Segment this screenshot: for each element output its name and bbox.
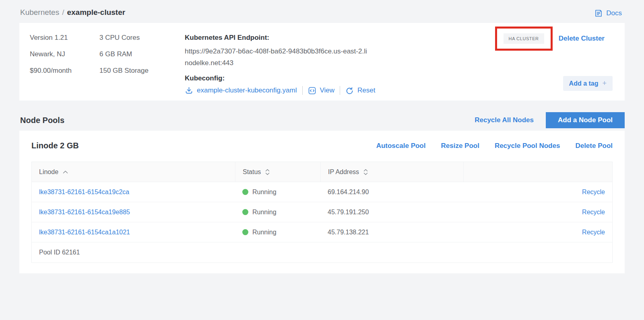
status-running-icon xyxy=(242,229,248,235)
add-tag-button[interactable]: Add a tag + xyxy=(563,76,613,91)
sort-both-icon xyxy=(363,168,368,176)
node-status-cell: Running xyxy=(235,229,320,236)
status-label: Running xyxy=(252,189,277,196)
node-action-cell: Recycle xyxy=(463,209,612,216)
api-endpoint-url: https://9e2a7307-b6ac-408f-ba62-9483b0b3… xyxy=(185,45,368,69)
summary-right-actions: HA CLUSTER Delete Cluster xyxy=(495,27,605,51)
pool-id-row: Pool ID 62161 xyxy=(32,242,612,263)
node-status-cell: Running xyxy=(235,209,320,216)
download-icon xyxy=(185,86,193,95)
node-status-cell: Running xyxy=(235,189,320,196)
docs-label: Docs xyxy=(606,9,622,17)
sort-ascending-icon xyxy=(62,170,68,174)
node-ip: 45.79.191.250 xyxy=(320,209,463,216)
pool-action-links: Autoscale Pool Resize Pool Recycle Pool … xyxy=(376,142,613,150)
node-pool-card: Linode 2 GB Autoscale Pool Resize Pool R… xyxy=(19,131,625,273)
pool-name: Linode 2 GB xyxy=(31,141,79,150)
kubeconfig-view-label: View xyxy=(320,86,335,94)
kubernetes-cluster-detail-page: Kubernetes/example-cluster Docs Version … xyxy=(0,0,644,320)
add-tag-label: Add a tag xyxy=(569,80,599,87)
recycle-pool-nodes-button[interactable]: Recycle Pool Nodes xyxy=(495,142,560,150)
recycle-node-button[interactable]: Recycle xyxy=(582,189,605,195)
annotation-highlight-box: HA CLUSTER xyxy=(495,27,553,51)
table-row: lke38731-62161-6154ca19c2ca Running 69.1… xyxy=(32,182,612,202)
docs-link[interactable]: Docs xyxy=(594,9,622,18)
resize-pool-button[interactable]: Resize Pool xyxy=(441,142,479,150)
column-header-linode[interactable]: Linode xyxy=(32,162,235,182)
cluster-specs-column-2: 3 CPU Cores 6 GB RAM 150 GB Storage xyxy=(99,34,185,95)
cluster-specs-column-1: Version 1.21 Newark, NJ $90.00/month xyxy=(30,34,99,95)
reset-icon xyxy=(345,86,354,95)
kubeconfig-file-name: example-cluster-kubeconfig.yaml xyxy=(197,86,297,94)
kubeconfig-actions-row: example-cluster-kubeconfig.yaml View xyxy=(185,86,378,95)
node-link[interactable]: lke38731-62161-6154ca1a1021 xyxy=(32,229,235,236)
autoscale-pool-button[interactable]: Autoscale Pool xyxy=(376,142,426,150)
column-header-status[interactable]: Status xyxy=(235,162,320,182)
cluster-price: $90.00/month xyxy=(30,67,99,75)
column-header-actions xyxy=(463,162,612,182)
kubeconfig-view-link[interactable]: View xyxy=(308,86,335,95)
delete-cluster-button[interactable]: Delete Cluster xyxy=(559,35,605,43)
node-ip: 45.79.138.221 xyxy=(320,229,463,236)
divider xyxy=(340,86,340,95)
node-action-cell: Recycle xyxy=(463,189,612,196)
divider xyxy=(302,86,303,95)
docs-icon xyxy=(594,9,603,18)
recycle-node-button[interactable]: Recycle xyxy=(582,209,605,215)
breadcrumb-separator: / xyxy=(62,8,64,16)
status-running-icon xyxy=(242,189,248,195)
nodes-table: Linode Status xyxy=(31,162,613,263)
column-label-ip-address: IP Address xyxy=(328,168,359,176)
code-view-icon xyxy=(308,86,316,95)
cluster-cpu: 3 CPU Cores xyxy=(99,34,185,42)
ha-cluster-badge: HA CLUSTER xyxy=(504,33,544,44)
column-header-ip-address[interactable]: IP Address xyxy=(320,162,463,182)
api-endpoint-label: Kubernetes API Endpoint: xyxy=(185,34,378,42)
kubeconfig-reset-label: Reset xyxy=(357,86,375,94)
node-link[interactable]: lke38731-62161-6154ca19e885 xyxy=(32,209,235,216)
node-action-cell: Recycle xyxy=(463,229,612,236)
recycle-node-button[interactable]: Recycle xyxy=(582,229,605,236)
breadcrumb: Kubernetes/example-cluster xyxy=(20,8,125,17)
sort-both-icon xyxy=(265,168,270,176)
node-ip: 69.164.214.90 xyxy=(320,189,463,196)
column-label-linode: Linode xyxy=(39,168,58,176)
table-row: lke38731-62161-6154ca19e885 Running 45.7… xyxy=(32,202,612,222)
breadcrumb-kubernetes-link[interactable]: Kubernetes xyxy=(20,8,59,16)
cluster-storage: 150 GB Storage xyxy=(99,67,185,75)
table-row: lke38731-62161-6154ca1a1021 Running 45.7… xyxy=(32,222,612,242)
nodes-table-header: Linode Status xyxy=(32,162,612,182)
column-label-status: Status xyxy=(243,168,261,176)
node-pools-header: Node Pools Recycle All Nodes Add a Node … xyxy=(19,112,625,128)
plus-icon: + xyxy=(602,79,607,88)
kubeconfig-download-link[interactable]: example-cluster-kubeconfig.yaml xyxy=(185,86,297,95)
cluster-ram: 6 GB RAM xyxy=(99,50,185,58)
node-link[interactable]: lke38731-62161-6154ca19c2ca xyxy=(32,189,235,196)
add-node-pool-button[interactable]: Add a Node Pool xyxy=(546,112,625,128)
api-endpoint-section: Kubernetes API Endpoint: https://9e2a730… xyxy=(185,34,378,95)
node-pools-actions: Recycle All Nodes Add a Node Pool xyxy=(475,112,625,128)
status-label: Running xyxy=(252,229,277,236)
cluster-region: Newark, NJ xyxy=(30,50,99,58)
cluster-summary-card: Version 1.21 Newark, NJ $90.00/month 3 C… xyxy=(19,23,625,101)
delete-pool-button[interactable]: Delete Pool xyxy=(575,142,613,150)
kubeconfig-label: Kubeconfig: xyxy=(185,74,378,82)
kubeconfig-reset-link[interactable]: Reset xyxy=(345,86,375,95)
pool-card-header: Linode 2 GB Autoscale Pool Resize Pool R… xyxy=(19,131,625,150)
recycle-all-nodes-button[interactable]: Recycle All Nodes xyxy=(475,116,534,124)
status-label: Running xyxy=(252,209,277,216)
breadcrumb-cluster-name: example-cluster xyxy=(67,8,125,16)
status-running-icon xyxy=(242,209,248,215)
cluster-version: Version 1.21 xyxy=(30,34,99,42)
node-pools-title: Node Pools xyxy=(20,116,64,125)
